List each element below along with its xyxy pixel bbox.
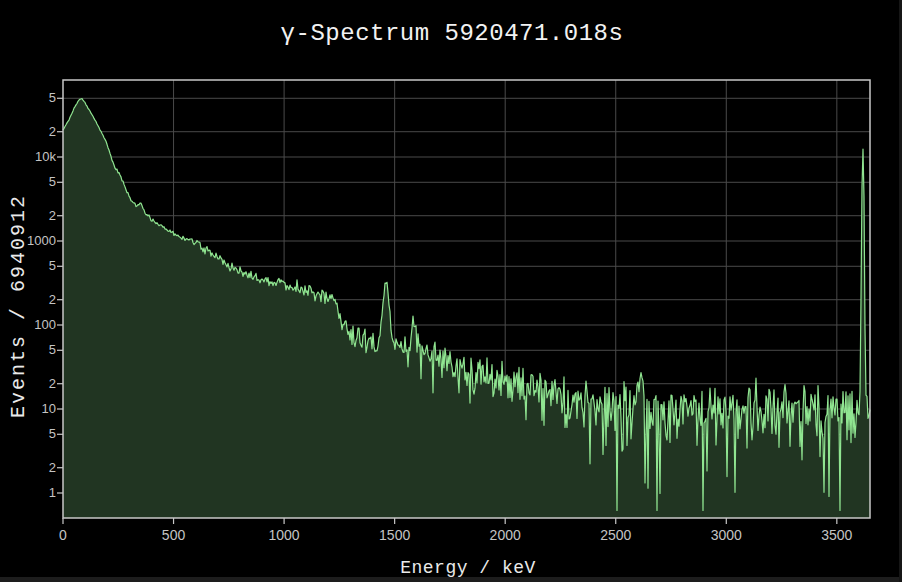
y-tick-label: 2 [0,458,56,478]
x-tick-label: 2500 [600,527,631,543]
y-tick-label: 10 [0,399,56,419]
x-tick-label: 1500 [379,527,410,543]
y-tick-label: 10k [0,147,56,167]
y-tick-label: 5 [0,172,56,192]
spectrum-fill [63,99,870,519]
y-tick-label: 2 [0,374,56,394]
y-tick-label: 2 [0,206,56,226]
chart-title: γ-Spectrum 5920471.018s [281,20,624,47]
y-tick-label: 5 [0,256,56,276]
x-tick-label: 1000 [269,527,300,543]
x-tick-label: 500 [162,527,185,543]
plot-area[interactable] [0,0,902,582]
x-tick-label: 3500 [821,527,852,543]
y-tick-label: 100 [0,315,56,335]
x-tick-label: 0 [59,527,67,543]
y-tick-label: 5 [0,340,56,360]
y-tick-label: 1 [0,483,56,503]
x-tick-label: 2000 [490,527,521,543]
y-tick-label: 1000 [0,231,56,251]
horizontal-scrollbar[interactable] [0,577,902,582]
y-tick-label: 2 [0,290,56,310]
spectrum-app-window: γ-Spectrum 5920471.018s Events / 6940912… [0,0,902,582]
y-tick-label: 5 [0,88,56,108]
x-tick-label: 3000 [711,527,742,543]
y-tick-label: 5 [0,424,56,444]
y-tick-label: 2 [0,122,56,142]
x-axis-label: Energy / keV [400,558,536,578]
